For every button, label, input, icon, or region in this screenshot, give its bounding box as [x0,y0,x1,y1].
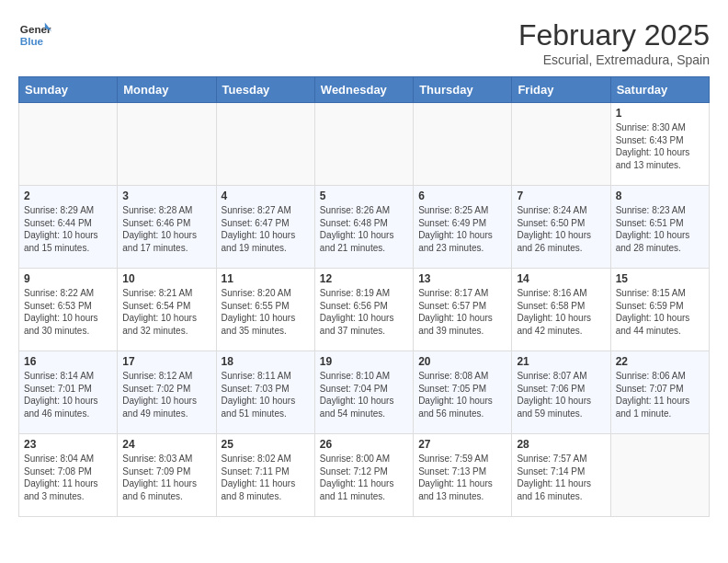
week-row-2: 9Sunrise: 8:22 AM Sunset: 6:53 PM Daylig… [19,269,710,351]
day-number: 28 [517,438,605,451]
svg-text:Blue: Blue [20,35,44,47]
location: Escurial, Extremadura, Spain [518,52,710,67]
day-info: Sunrise: 8:24 AM Sunset: 6:50 PM Dayligh… [517,204,605,254]
calendar-cell: 19Sunrise: 8:10 AM Sunset: 7:04 PM Dayli… [314,351,413,434]
day-info: Sunrise: 8:28 AM Sunset: 6:46 PM Dayligh… [122,204,210,254]
calendar-cell: 15Sunrise: 8:15 AM Sunset: 6:59 PM Dayli… [610,269,709,351]
calendar-cell: 12Sunrise: 8:19 AM Sunset: 6:56 PM Dayli… [314,269,413,351]
day-info: Sunrise: 8:19 AM Sunset: 6:56 PM Dayligh… [320,287,408,337]
calendar-cell [118,103,216,186]
day-info: Sunrise: 8:29 AM Sunset: 6:44 PM Dayligh… [24,204,112,254]
day-number: 26 [320,438,408,451]
calendar-cell: 13Sunrise: 8:17 AM Sunset: 6:57 PM Dayli… [414,269,512,351]
header-sunday: Sunday [19,77,118,103]
logo-icon: General Blue [18,18,51,52]
calendar-table: SundayMondayTuesdayWednesdayThursdayFrid… [18,76,710,517]
day-number: 12 [320,272,408,285]
calendar-cell: 2Sunrise: 8:29 AM Sunset: 6:44 PM Daylig… [19,186,118,269]
calendar-cell: 3Sunrise: 8:28 AM Sunset: 6:46 PM Daylig… [118,186,216,269]
day-info: Sunrise: 8:30 AM Sunset: 6:43 PM Dayligh… [616,121,704,171]
calendar-cell: 26Sunrise: 8:00 AM Sunset: 7:12 PM Dayli… [314,434,413,517]
day-number: 9 [24,272,112,285]
day-info: Sunrise: 8:04 AM Sunset: 7:08 PM Dayligh… [24,453,112,502]
calendar-cell [314,103,413,186]
header-monday: Monday [118,77,216,103]
calendar-cell: 16Sunrise: 8:14 AM Sunset: 7:01 PM Dayli… [19,351,118,434]
day-info: Sunrise: 8:16 AM Sunset: 6:58 PM Dayligh… [517,287,605,337]
calendar-cell: 21Sunrise: 8:07 AM Sunset: 7:06 PM Dayli… [512,351,610,434]
day-number: 7 [517,190,605,202]
day-number: 4 [222,190,310,202]
day-info: Sunrise: 8:02 AM Sunset: 7:11 PM Dayligh… [222,453,310,502]
header-thursday: Thursday [414,77,512,103]
calendar-cell: 27Sunrise: 7:59 AM Sunset: 7:13 PM Dayli… [414,434,512,517]
day-info: Sunrise: 8:23 AM Sunset: 6:51 PM Dayligh… [616,204,704,254]
week-row-1: 2Sunrise: 8:29 AM Sunset: 6:44 PM Daylig… [19,186,710,269]
day-number: 22 [616,355,704,368]
day-info: Sunrise: 8:08 AM Sunset: 7:05 PM Dayligh… [418,370,506,419]
day-number: 2 [24,190,112,202]
day-info: Sunrise: 7:57 AM Sunset: 7:14 PM Dayligh… [517,453,605,502]
calendar-cell: 8Sunrise: 8:23 AM Sunset: 6:51 PM Daylig… [610,186,709,269]
calendar-cell [610,434,709,517]
day-info: Sunrise: 7:59 AM Sunset: 7:13 PM Dayligh… [418,453,506,502]
day-number: 23 [24,438,112,451]
day-number: 6 [418,190,506,202]
day-number: 20 [418,355,506,368]
logo: General Blue [18,18,51,52]
day-number: 19 [320,355,408,368]
calendar-cell: 25Sunrise: 8:02 AM Sunset: 7:11 PM Dayli… [216,434,314,517]
calendar-cell: 17Sunrise: 8:12 AM Sunset: 7:02 PM Dayli… [118,351,216,434]
day-number: 1 [616,107,704,120]
day-info: Sunrise: 8:12 AM Sunset: 7:02 PM Dayligh… [122,370,210,419]
day-info: Sunrise: 8:17 AM Sunset: 6:57 PM Dayligh… [418,287,506,337]
day-number: 18 [222,355,310,368]
day-info: Sunrise: 8:10 AM Sunset: 7:04 PM Dayligh… [320,370,408,419]
day-number: 21 [517,355,605,368]
calendar-cell [216,103,314,186]
calendar-cell: 11Sunrise: 8:20 AM Sunset: 6:55 PM Dayli… [216,269,314,351]
day-info: Sunrise: 8:06 AM Sunset: 7:07 PM Dayligh… [616,370,704,419]
calendar-cell [512,103,610,186]
calendar-cell: 4Sunrise: 8:27 AM Sunset: 6:47 PM Daylig… [216,186,314,269]
calendar-cell: 10Sunrise: 8:21 AM Sunset: 6:54 PM Dayli… [118,269,216,351]
calendar-cell [414,103,512,186]
day-info: Sunrise: 8:27 AM Sunset: 6:47 PM Dayligh… [222,204,310,254]
header-friday: Friday [512,77,610,103]
calendar-cell: 5Sunrise: 8:26 AM Sunset: 6:48 PM Daylig… [314,186,413,269]
day-info: Sunrise: 8:00 AM Sunset: 7:12 PM Dayligh… [320,453,408,502]
calendar-cell: 14Sunrise: 8:16 AM Sunset: 6:58 PM Dayli… [512,269,610,351]
header-saturday: Saturday [610,77,709,103]
day-info: Sunrise: 8:22 AM Sunset: 6:53 PM Dayligh… [24,287,112,337]
calendar-cell: 1Sunrise: 8:30 AM Sunset: 6:43 PM Daylig… [610,103,709,186]
calendar-cell: 23Sunrise: 8:04 AM Sunset: 7:08 PM Dayli… [19,434,118,517]
day-info: Sunrise: 8:21 AM Sunset: 6:54 PM Dayligh… [122,287,210,337]
day-number: 5 [320,190,408,202]
header-tuesday: Tuesday [216,77,314,103]
title-block: February 2025 Escurial, Extremadura, Spa… [518,18,710,67]
week-row-3: 16Sunrise: 8:14 AM Sunset: 7:01 PM Dayli… [19,351,710,434]
calendar-cell [19,103,118,186]
day-number: 11 [222,272,310,285]
header-wednesday: Wednesday [314,77,413,103]
day-number: 14 [517,272,605,285]
day-info: Sunrise: 8:03 AM Sunset: 7:09 PM Dayligh… [122,453,210,502]
month-title: February 2025 [518,18,710,52]
day-info: Sunrise: 8:25 AM Sunset: 6:49 PM Dayligh… [418,204,506,254]
day-number: 27 [418,438,506,451]
day-number: 3 [122,190,210,202]
calendar-cell: 20Sunrise: 8:08 AM Sunset: 7:05 PM Dayli… [414,351,512,434]
calendar-cell: 6Sunrise: 8:25 AM Sunset: 6:49 PM Daylig… [414,186,512,269]
day-info: Sunrise: 8:07 AM Sunset: 7:06 PM Dayligh… [517,370,605,419]
calendar-cell: 22Sunrise: 8:06 AM Sunset: 7:07 PM Dayli… [610,351,709,434]
week-row-4: 23Sunrise: 8:04 AM Sunset: 7:08 PM Dayli… [19,434,710,517]
week-row-0: 1Sunrise: 8:30 AM Sunset: 6:43 PM Daylig… [19,103,710,186]
day-number: 15 [616,272,704,285]
day-number: 10 [122,272,210,285]
day-number: 17 [122,355,210,368]
header-row: SundayMondayTuesdayWednesdayThursdayFrid… [19,77,710,103]
page-header: General Blue February 2025 Escurial, Ext… [18,18,710,67]
day-number: 25 [222,438,310,451]
day-info: Sunrise: 8:14 AM Sunset: 7:01 PM Dayligh… [24,370,112,419]
calendar-cell: 18Sunrise: 8:11 AM Sunset: 7:03 PM Dayli… [216,351,314,434]
